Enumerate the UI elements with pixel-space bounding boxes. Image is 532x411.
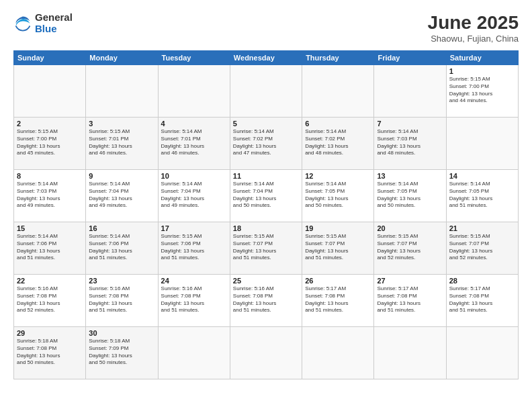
header-thursday: Thursday <box>302 51 374 65</box>
table-row: 8Sunrise: 5:14 AM Sunset: 7:03 PM Daylig… <box>14 170 86 222</box>
day-info: Sunrise: 5:14 AM Sunset: 7:05 PM Dayligh… <box>377 181 443 210</box>
calendar-week-row: 29Sunrise: 5:18 AM Sunset: 7:08 PM Dayli… <box>14 327 519 379</box>
day-info: Sunrise: 5:15 AM Sunset: 7:07 PM Dayligh… <box>305 233 371 262</box>
table-row: 19Sunrise: 5:15 AM Sunset: 7:07 PM Dayli… <box>302 222 374 275</box>
day-info: Sunrise: 5:18 AM Sunset: 7:08 PM Dayligh… <box>17 338 83 367</box>
table-row <box>230 65 302 118</box>
day-number: 24 <box>161 277 227 285</box>
day-number: 7 <box>377 120 443 128</box>
logo: General Blue <box>13 12 73 34</box>
table-row: 16Sunrise: 5:14 AM Sunset: 7:06 PM Dayli… <box>86 222 158 275</box>
day-info: Sunrise: 5:17 AM Sunset: 7:08 PM Dayligh… <box>449 285 515 314</box>
table-row: 6Sunrise: 5:14 AM Sunset: 7:02 PM Daylig… <box>302 118 374 170</box>
table-row: 18Sunrise: 5:15 AM Sunset: 7:07 PM Dayli… <box>230 222 302 275</box>
table-row: 20Sunrise: 5:15 AM Sunset: 7:07 PM Dayli… <box>374 222 446 275</box>
day-info: Sunrise: 5:14 AM Sunset: 7:03 PM Dayligh… <box>377 128 443 157</box>
table-row <box>374 327 446 379</box>
day-number: 28 <box>449 277 515 285</box>
table-row: 14Sunrise: 5:14 AM Sunset: 7:05 PM Dayli… <box>446 170 518 222</box>
day-number: 12 <box>305 172 371 180</box>
header-wednesday: Wednesday <box>230 51 302 65</box>
table-row: 7Sunrise: 5:14 AM Sunset: 7:03 PM Daylig… <box>374 118 446 170</box>
day-info: Sunrise: 5:17 AM Sunset: 7:08 PM Dayligh… <box>305 285 371 314</box>
table-row: 11Sunrise: 5:14 AM Sunset: 7:04 PM Dayli… <box>230 170 302 222</box>
table-row: 26Sunrise: 5:17 AM Sunset: 7:08 PM Dayli… <box>302 275 374 327</box>
day-number: 3 <box>89 120 154 128</box>
day-number: 26 <box>305 277 371 285</box>
table-row <box>302 327 374 379</box>
logo-general-text: General <box>35 12 73 24</box>
header: General Blue June 2025 Shaowu, Fujian, C… <box>13 12 519 44</box>
table-row: 23Sunrise: 5:16 AM Sunset: 7:08 PM Dayli… <box>86 275 158 327</box>
day-info: Sunrise: 5:14 AM Sunset: 7:04 PM Dayligh… <box>161 181 227 210</box>
day-number: 23 <box>89 277 154 285</box>
day-number: 20 <box>377 224 443 232</box>
day-number: 1 <box>449 67 515 75</box>
day-info: Sunrise: 5:15 AM Sunset: 7:06 PM Dayligh… <box>161 233 227 262</box>
table-row: 17Sunrise: 5:15 AM Sunset: 7:06 PM Dayli… <box>158 222 230 275</box>
day-info: Sunrise: 5:15 AM Sunset: 7:07 PM Dayligh… <box>233 233 299 262</box>
day-number: 13 <box>377 172 443 180</box>
day-number: 16 <box>89 224 154 232</box>
day-info: Sunrise: 5:15 AM Sunset: 7:00 PM Dayligh… <box>449 76 515 105</box>
calendar-week-row: 2Sunrise: 5:15 AM Sunset: 7:00 PM Daylig… <box>14 118 519 170</box>
day-number: 17 <box>161 224 227 232</box>
day-info: Sunrise: 5:16 AM Sunset: 7:08 PM Dayligh… <box>233 285 299 314</box>
header-monday: Monday <box>86 51 158 65</box>
day-info: Sunrise: 5:14 AM Sunset: 7:05 PM Dayligh… <box>305 181 371 210</box>
calendar-subtitle: Shaowu, Fujian, China <box>428 34 519 44</box>
table-row: 9Sunrise: 5:14 AM Sunset: 7:04 PM Daylig… <box>86 170 158 222</box>
day-info: Sunrise: 5:16 AM Sunset: 7:08 PM Dayligh… <box>89 285 154 314</box>
table-row: 30Sunrise: 5:18 AM Sunset: 7:09 PM Dayli… <box>86 327 158 379</box>
calendar-week-row: 15Sunrise: 5:14 AM Sunset: 7:06 PM Dayli… <box>14 222 519 275</box>
title-block: June 2025 Shaowu, Fujian, China <box>428 12 519 44</box>
day-number: 25 <box>233 277 299 285</box>
table-row: 12Sunrise: 5:14 AM Sunset: 7:05 PM Dayli… <box>302 170 374 222</box>
logo-text: General Blue <box>35 12 73 34</box>
header-tuesday: Tuesday <box>158 51 230 65</box>
logo-icon <box>13 14 32 33</box>
day-number: 18 <box>233 224 299 232</box>
calendar-header-row: Sunday Monday Tuesday Wednesday Thursday… <box>14 51 519 65</box>
day-number: 21 <box>449 224 515 232</box>
day-number: 5 <box>233 120 299 128</box>
day-number: 10 <box>161 172 227 180</box>
header-saturday: Saturday <box>446 51 518 65</box>
table-row: 25Sunrise: 5:16 AM Sunset: 7:08 PM Dayli… <box>230 275 302 327</box>
table-row <box>302 65 374 118</box>
day-number: 19 <box>305 224 371 232</box>
day-info: Sunrise: 5:14 AM Sunset: 7:04 PM Dayligh… <box>89 181 154 210</box>
day-info: Sunrise: 5:14 AM Sunset: 7:03 PM Dayligh… <box>17 181 83 210</box>
page: General Blue June 2025 Shaowu, Fujian, C… <box>0 0 532 411</box>
table-row <box>86 65 158 118</box>
day-info: Sunrise: 5:14 AM Sunset: 7:02 PM Dayligh… <box>233 128 299 157</box>
day-info: Sunrise: 5:15 AM Sunset: 7:07 PM Dayligh… <box>449 233 515 262</box>
day-number: 11 <box>233 172 299 180</box>
table-row: 28Sunrise: 5:17 AM Sunset: 7:08 PM Dayli… <box>446 275 518 327</box>
day-number: 4 <box>161 120 227 128</box>
table-row: 24Sunrise: 5:16 AM Sunset: 7:08 PM Dayli… <box>158 275 230 327</box>
day-info: Sunrise: 5:16 AM Sunset: 7:08 PM Dayligh… <box>161 285 227 314</box>
table-row <box>158 65 230 118</box>
day-info: Sunrise: 5:14 AM Sunset: 7:04 PM Dayligh… <box>233 181 299 210</box>
day-number: 29 <box>17 329 83 337</box>
day-info: Sunrise: 5:14 AM Sunset: 7:02 PM Dayligh… <box>305 128 371 157</box>
logo-blue-text: Blue <box>35 24 73 35</box>
table-row: 13Sunrise: 5:14 AM Sunset: 7:05 PM Dayli… <box>374 170 446 222</box>
header-friday: Friday <box>374 51 446 65</box>
table-row: 5Sunrise: 5:14 AM Sunset: 7:02 PM Daylig… <box>230 118 302 170</box>
day-info: Sunrise: 5:14 AM Sunset: 7:06 PM Dayligh… <box>17 233 83 262</box>
table-row <box>230 327 302 379</box>
day-info: Sunrise: 5:18 AM Sunset: 7:09 PM Dayligh… <box>89 338 154 367</box>
day-number: 6 <box>305 120 371 128</box>
day-info: Sunrise: 5:14 AM Sunset: 7:05 PM Dayligh… <box>449 181 515 210</box>
table-row <box>374 65 446 118</box>
calendar-week-row: 8Sunrise: 5:14 AM Sunset: 7:03 PM Daylig… <box>14 170 519 222</box>
header-sunday: Sunday <box>14 51 86 65</box>
table-row <box>14 65 86 118</box>
table-row: 3Sunrise: 5:15 AM Sunset: 7:01 PM Daylig… <box>86 118 158 170</box>
day-info: Sunrise: 5:17 AM Sunset: 7:08 PM Dayligh… <box>377 285 443 314</box>
day-number: 14 <box>449 172 515 180</box>
day-number: 22 <box>17 277 83 285</box>
calendar-table: Sunday Monday Tuesday Wednesday Thursday… <box>13 50 519 379</box>
